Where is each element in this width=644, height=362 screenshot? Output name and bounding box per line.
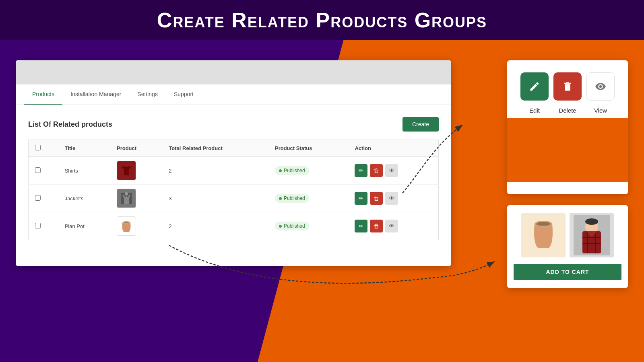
popup-edit-button[interactable] [520, 72, 549, 101]
shirt-icon [120, 164, 133, 177]
row-checkbox-shirts[interactable] [35, 167, 41, 173]
product-img-pot [521, 213, 566, 257]
eye-icon [595, 81, 606, 92]
product-thumb-jackets [117, 189, 136, 208]
product-display-panel: ADD TO CART [507, 205, 628, 288]
status-badge-shirts: Published [275, 166, 309, 175]
row-total-shirts: 2 [162, 157, 268, 185]
edit-button-planpot[interactable]: ✏ [355, 220, 367, 232]
nav-support[interactable]: Support [166, 84, 202, 105]
popup-view-button[interactable] [586, 72, 615, 101]
popup-delete-button[interactable] [553, 72, 582, 101]
edit-button-shirts[interactable]: ✏ [355, 164, 367, 177]
pot-icon [118, 218, 134, 234]
section-title: List Of Related products [28, 120, 112, 129]
page-header: Create Related Products Groups [0, 0, 644, 40]
status-badge-jackets: Published [275, 194, 309, 203]
view-button-planpot[interactable]: 👁 [385, 220, 398, 232]
popup-delete-label: Delete [553, 107, 582, 114]
section-header: List Of Related products Create [28, 117, 439, 132]
col-product: Product [110, 140, 162, 157]
jacket-icon [120, 192, 133, 205]
create-button[interactable]: Create [402, 117, 439, 132]
col-total: Total Related Product [162, 140, 268, 157]
row-total-jackets: 3 [162, 185, 268, 212]
product-thumb-planpot [117, 216, 136, 236]
action-buttons-jackets: ✏ 🗑 👁 [355, 192, 432, 205]
popup-orange-bar [507, 118, 628, 182]
table-row: Jacket's 3 [29, 185, 439, 212]
products-table: Title Product Total Related Product Prod… [28, 140, 439, 240]
col-status: Product Status [268, 140, 348, 157]
admin-panel-header-bar [16, 60, 451, 84]
row-title-shirts: Shirts [58, 157, 110, 185]
status-dot [279, 225, 282, 228]
nav-products[interactable]: Products [24, 84, 62, 105]
page-title: Create Related Products Groups [157, 8, 487, 32]
large-jacket-icon [574, 215, 610, 255]
table-row: Plan Pot 2 [29, 212, 439, 240]
row-title-planpot: Plan Pot [58, 212, 110, 240]
nav-installation-manager[interactable]: Installation Manager [62, 84, 129, 105]
popup-action-buttons [515, 72, 620, 101]
row-total-planpot: 2 [162, 212, 268, 240]
row-checkbox-planpot[interactable] [35, 223, 41, 228]
svg-rect-4 [124, 222, 129, 223]
popup-edit-label: Edit [520, 107, 549, 114]
product-images [514, 213, 621, 257]
view-button-jackets[interactable]: 👁 [385, 192, 398, 205]
nav-settings[interactable]: Settings [129, 84, 166, 105]
col-action: Action [348, 140, 438, 157]
admin-panel: Products Installation Manager Settings S… [16, 60, 451, 266]
product-thumb-shirts [117, 161, 136, 180]
add-to-cart-button[interactable]: ADD TO CART [514, 264, 621, 280]
svg-point-16 [585, 218, 598, 225]
admin-content: List Of Related products Create Title Pr… [16, 105, 451, 266]
popup-view-label: View [586, 107, 615, 114]
delete-button-jackets[interactable]: 🗑 [370, 192, 383, 205]
admin-nav: Products Installation Manager Settings S… [16, 84, 451, 105]
status-dot [279, 169, 282, 172]
popup-action-labels: Edit Delete View [515, 107, 620, 114]
status-badge-planpot: Published [275, 222, 309, 230]
delete-button-planpot[interactable]: 🗑 [370, 220, 383, 232]
select-all-checkbox[interactable] [35, 145, 41, 150]
row-title-jackets: Jacket's [58, 185, 110, 212]
view-button-shirts[interactable]: 👁 [385, 164, 398, 177]
action-buttons-shirts: ✏ 🗑 👁 [355, 164, 432, 177]
col-title: Title [58, 140, 110, 157]
delete-button-shirts[interactable]: 🗑 [370, 164, 383, 177]
svg-point-1 [125, 192, 128, 195]
table-row: Shirts 2 Published [29, 157, 439, 185]
product-img-jacket [570, 213, 614, 257]
popup-action-panel: Edit Delete View [507, 60, 628, 194]
col-checkbox [29, 140, 58, 157]
row-checkbox-jackets[interactable] [35, 195, 41, 201]
large-pot-icon [525, 215, 561, 255]
action-buttons-planpot: ✏ 🗑 👁 [355, 220, 432, 232]
table-header-row: Title Product Total Related Product Prod… [29, 140, 439, 157]
edit-button-jackets[interactable]: ✏ [355, 192, 367, 205]
trash-icon [562, 81, 573, 92]
status-dot [279, 197, 282, 200]
pencil-icon [529, 81, 540, 92]
svg-point-8 [536, 222, 551, 226]
